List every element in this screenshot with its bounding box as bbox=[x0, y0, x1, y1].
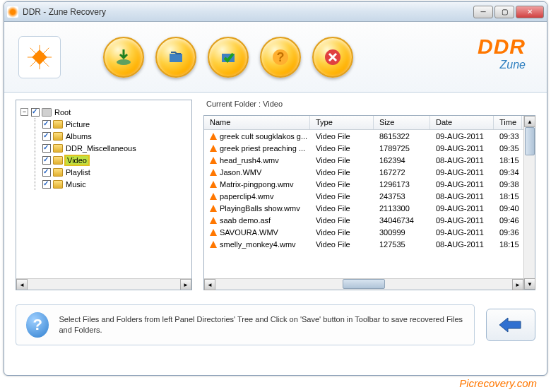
tree-toggle[interactable]: − bbox=[20, 108, 28, 116]
tree-item[interactable]: Picture bbox=[42, 118, 187, 130]
video-icon bbox=[210, 145, 217, 152]
scroll-up-button[interactable]: ▲ bbox=[524, 116, 535, 127]
scroll-left-button[interactable]: ◄ bbox=[16, 279, 28, 290]
cell-name: PlayingBalls show.wmv bbox=[204, 204, 310, 213]
cell-date: 09-AUG-2011 bbox=[430, 216, 494, 225]
scroll-track[interactable] bbox=[28, 279, 180, 290]
col-name[interactable]: Name bbox=[204, 116, 310, 129]
scroll-right-button[interactable]: ► bbox=[512, 279, 523, 290]
scroll-left-button[interactable]: ◄ bbox=[204, 279, 215, 290]
cell-size: 1789725 bbox=[374, 144, 430, 153]
tree-item[interactable]: Albums bbox=[42, 130, 187, 142]
tree-item[interactable]: Music bbox=[42, 178, 187, 190]
cell-type: Video File bbox=[310, 132, 374, 141]
cell-time: 18:15 bbox=[494, 156, 522, 165]
tree-scrollbar-h[interactable]: ◄ ► bbox=[16, 278, 191, 290]
brand-product: Zune bbox=[478, 59, 526, 71]
tree-checkbox[interactable] bbox=[42, 132, 51, 141]
tree-item[interactable]: Video bbox=[42, 154, 187, 166]
cell-size: 1296173 bbox=[374, 180, 430, 189]
list-row[interactable]: paperclip4.wmvVideo File24375308-AUG-201… bbox=[204, 190, 523, 202]
close-button[interactable]: ✕ bbox=[516, 6, 544, 18]
folder-icon bbox=[53, 144, 63, 153]
help-button[interactable]: ? bbox=[260, 37, 301, 78]
list-scrollbar-h[interactable]: ◄ ► bbox=[204, 278, 523, 290]
list-row[interactable]: SAVOURA.WMVVideo File30099909-AUG-201109… bbox=[204, 226, 523, 238]
cell-type: Video File bbox=[310, 216, 374, 225]
col-time[interactable]: Time bbox=[494, 116, 522, 129]
cell-type: Video File bbox=[310, 168, 374, 177]
cell-name: head_rush4.wmv bbox=[204, 156, 310, 165]
col-size[interactable]: Size bbox=[374, 116, 430, 129]
cell-size: 167272 bbox=[374, 168, 430, 177]
scroll-thumb[interactable] bbox=[343, 279, 385, 289]
cell-name: greek cult sougklakos g... bbox=[204, 132, 310, 141]
watermark: Picrecovery.com bbox=[459, 377, 537, 389]
save-button[interactable] bbox=[103, 37, 144, 78]
tree-root[interactable]: − Root bbox=[20, 106, 187, 118]
list-row[interactable]: greek priest preaching ...Video File1789… bbox=[204, 142, 523, 154]
video-icon bbox=[210, 193, 217, 200]
tree-label[interactable]: Picture bbox=[66, 120, 90, 129]
cancel-button[interactable] bbox=[312, 37, 353, 78]
tree-item[interactable]: DDR_Miscellaneous bbox=[42, 142, 187, 154]
hint-box: ? Select Files and Folders from left Pan… bbox=[16, 304, 475, 345]
scroll-right-button[interactable]: ► bbox=[180, 279, 191, 290]
list-row[interactable]: PlayingBalls show.wmvVideo File211330009… bbox=[204, 202, 523, 214]
list-row[interactable]: Jason.WMVVideo File16727209-AUG-201109:3… bbox=[204, 166, 523, 178]
cell-time: 09:38 bbox=[494, 180, 522, 189]
col-date[interactable]: Date bbox=[430, 116, 494, 129]
tree-checkbox[interactable] bbox=[42, 180, 51, 189]
tree-label[interactable]: Playlist bbox=[66, 168, 90, 177]
header-toolbar: ? DDR Zune bbox=[4, 22, 547, 93]
minimize-button[interactable]: ─ bbox=[473, 6, 493, 18]
tree-label[interactable]: Albums bbox=[66, 132, 92, 141]
open-button[interactable] bbox=[155, 37, 196, 78]
tree-item[interactable]: Playlist bbox=[42, 166, 187, 178]
info-icon: ? bbox=[26, 312, 49, 338]
list-row[interactable]: saab demo.asfVideo File3404673409-AUG-20… bbox=[204, 214, 523, 226]
cell-size: 8615322 bbox=[374, 132, 430, 141]
scroll-down-button[interactable]: ▼ bbox=[524, 278, 535, 290]
video-icon bbox=[210, 205, 217, 212]
logo-button[interactable] bbox=[18, 36, 61, 78]
cell-size: 162394 bbox=[374, 156, 430, 165]
scroll-track[interactable] bbox=[215, 279, 512, 290]
col-type[interactable]: Type bbox=[310, 116, 374, 129]
cell-time: 09:34 bbox=[494, 168, 522, 177]
tree-label[interactable]: Music bbox=[66, 180, 86, 189]
cell-type: Video File bbox=[310, 228, 374, 237]
cell-type: Video File bbox=[310, 192, 374, 201]
list-row[interactable]: Matrix-pingpong.wmvVideo File129617309-A… bbox=[204, 178, 523, 190]
check-button[interactable] bbox=[208, 37, 249, 78]
tree-checkbox[interactable] bbox=[42, 144, 51, 153]
cell-name: Jason.WMV bbox=[204, 168, 310, 177]
cell-date: 09-AUG-2011 bbox=[430, 132, 494, 141]
list-row[interactable]: greek cult sougklakos g...Video File8615… bbox=[204, 130, 523, 142]
folder-icon bbox=[53, 132, 63, 141]
back-button[interactable] bbox=[486, 309, 535, 341]
list-row[interactable]: smelly_monkey4.wmvVideo File12753508-AUG… bbox=[204, 238, 523, 250]
folder-icon bbox=[53, 168, 63, 177]
brand-name: DDR bbox=[478, 35, 526, 59]
tree-checkbox[interactable] bbox=[42, 120, 51, 129]
cell-name: saab demo.asf bbox=[204, 216, 310, 225]
list-scrollbar-v[interactable]: ▲ ▼ bbox=[523, 116, 535, 290]
list-row[interactable]: head_rush4.wmvVideo File16239408-AUG-201… bbox=[204, 154, 523, 166]
tree-checkbox[interactable] bbox=[42, 168, 51, 177]
window-title: DDR - Zune Recovery bbox=[23, 7, 473, 17]
tree-checkbox[interactable] bbox=[31, 108, 40, 117]
tree-label[interactable]: Video bbox=[66, 156, 88, 165]
scroll-thumb[interactable] bbox=[525, 127, 535, 155]
save-icon bbox=[114, 48, 133, 66]
brand: DDR Zune bbox=[478, 35, 526, 71]
tree-label[interactable]: DDR_Miscellaneous bbox=[66, 144, 136, 153]
tree-checkbox[interactable] bbox=[42, 156, 51, 165]
help-icon: ? bbox=[271, 48, 290, 66]
tree-label[interactable]: Root bbox=[54, 108, 71, 117]
scroll-track[interactable] bbox=[524, 127, 535, 278]
video-icon bbox=[210, 157, 217, 164]
cell-time: 09:36 bbox=[494, 228, 522, 237]
maximize-button[interactable]: ▢ bbox=[494, 6, 514, 18]
video-icon bbox=[210, 181, 217, 188]
